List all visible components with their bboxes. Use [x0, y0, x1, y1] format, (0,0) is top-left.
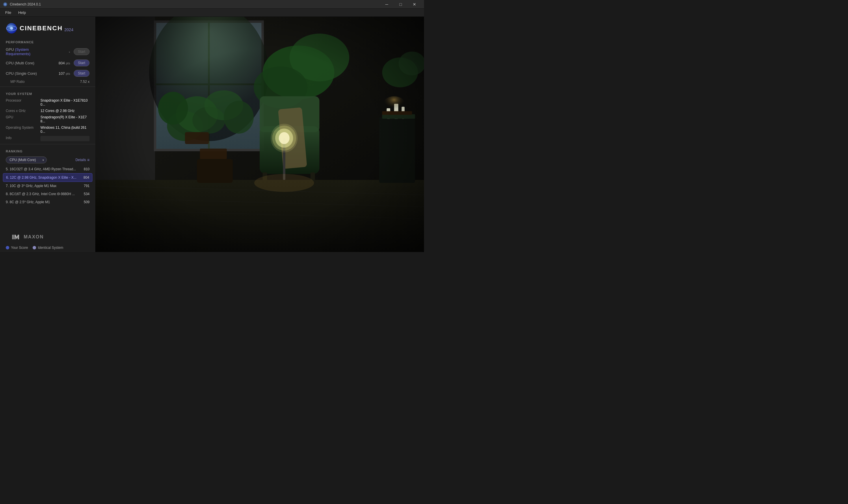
right-panel [95, 17, 424, 252]
logo-text-container: CINEBENCH 2024 [20, 24, 73, 32]
ranking-item-8-label: 8. 8C/16T @ 2.3 GHz, Intel Core i9-9880H… [6, 192, 78, 196]
svg-rect-52 [95, 17, 424, 252]
details-label: Details [75, 158, 86, 162]
divider-2 [0, 144, 95, 144]
identical-system-dot [33, 246, 36, 249]
ranking-item-5-score: 810 [80, 167, 90, 171]
svg-rect-5 [12, 235, 14, 239]
ranking-dropdown[interactable]: CPU (Multi Core) CPU (Single Core) GPU [6, 157, 47, 163]
menu-file[interactable]: File [2, 9, 14, 16]
left-panel: CINEBENCH 2024 PERFORMANCE GPU (System R… [0, 17, 95, 252]
ranking-item-6-label: 6. 12C @ 2.98 GHz, Snapdragon X Elite - … [6, 176, 77, 180]
ranking-item-6-score: 804 [79, 176, 89, 180]
processor-key: Processor [6, 98, 38, 103]
os-key: Operating System [6, 126, 38, 130]
ranking-item-9[interactable]: 9. 8C @ 2.5* GHz, Apple M1 509 [3, 198, 92, 206]
perf-row-cpu-single: CPU (Single Core) 107 pts Start [0, 68, 95, 78]
system-row-cores: Cores x GHz 12 Cores @ 2.98 GHz [0, 108, 95, 114]
cpu-single-label: CPU (Single Core) [6, 71, 51, 76]
titlebar-controls: ─ □ ✕ [380, 0, 421, 8]
your-system-section-header: YOUR SYSTEM [0, 89, 95, 97]
performance-section-header: PERFORMANCE [0, 37, 95, 46]
divider-1 [0, 87, 95, 87]
mp-ratio-label: MP Ratio [11, 80, 78, 84]
main-layout: CINEBENCH 2024 PERFORMANCE GPU (System R… [0, 17, 424, 252]
gpu-start-button[interactable]: Start [74, 48, 90, 55]
maxon-logo-text: MAXON [24, 234, 44, 239]
cinebench-logo-icon [6, 22, 17, 34]
system-row-info: Info [0, 135, 95, 142]
menu-help[interactable]: Help [15, 9, 29, 16]
titlebar: Cinebench 2024.0.1 ─ □ ✕ [0, 0, 424, 8]
ranking-item-6[interactable]: 6. 12C @ 2.98 GHz, Snapdragon X Elite - … [3, 173, 92, 182]
logo-area: CINEBENCH 2024 [0, 17, 95, 37]
svg-marker-7 [15, 235, 19, 239]
gpu-label: GPU (System Requirements) [6, 47, 51, 56]
ranking-item-8-score: 534 [80, 192, 90, 196]
ranking-item-8[interactable]: 8. 8C/16T @ 2.3 GHz, Intel Core i9-9880H… [3, 190, 92, 198]
cores-key: Cores x GHz [6, 109, 38, 113]
system-gpu-key: GPU [6, 115, 38, 119]
ranking-item-7-score: 791 [80, 184, 90, 188]
os-value: Windows 11, China (build 2610... [40, 126, 90, 134]
legend-identical-system: Identical System [33, 246, 63, 250]
cores-value: 12 Cores @ 2.98 GHz [40, 109, 90, 113]
your-score-label: Your Score [11, 246, 28, 250]
gpu-score-dash: - [53, 50, 70, 54]
info-key: Info [6, 136, 38, 140]
minimize-button[interactable]: ─ [380, 0, 393, 8]
render-scene [95, 17, 424, 252]
ranking-item-5[interactable]: 5. 16C/32T @ 3.4 GHz, AMD Ryzen Thread..… [3, 165, 92, 173]
system-row-gpu: GPU Snapdragon(R) X Elite - X1E78... [0, 114, 95, 124]
maximize-button[interactable]: □ [394, 0, 407, 8]
logo-text: CINEBENCH [20, 24, 63, 32]
system-gpu-value: Snapdragon(R) X Elite - X1E78... [40, 115, 90, 123]
cpu-multi-start-button[interactable]: Start [74, 59, 90, 66]
ranking-section-header: RANKING [0, 146, 95, 155]
svg-point-4 [10, 27, 13, 30]
svg-point-1 [4, 3, 6, 5]
ranking-item-7-label: 7. 10C @ 3* GHz, Apple M1 Max [6, 184, 78, 188]
system-row-os: Operating System Windows 11, China (buil… [0, 124, 95, 135]
cpu-single-score: 107 pts [53, 71, 70, 76]
identical-system-label: Identical System [38, 246, 63, 250]
your-score-dot [6, 246, 9, 249]
system-row-processor: Processor Snapdragon X Elite - X1E78100.… [0, 97, 95, 108]
ranking-header-row: CPU (Multi Core) CPU (Single Core) GPU ▾… [0, 155, 95, 165]
mp-ratio-value: 7.52 x [80, 80, 90, 84]
maxon-logo: MAXON [6, 230, 50, 246]
ranking-item-7[interactable]: 7. 10C @ 3* GHz, Apple M1 Max 791 [3, 182, 92, 190]
cpu-single-start-button[interactable]: Start [74, 70, 90, 77]
titlebar-left: Cinebench 2024.0.1 [3, 2, 41, 7]
ranking-item-5-label: 5. 16C/32T @ 3.4 GHz, AMD Ryzen Thread..… [6, 167, 78, 171]
logo-year: 2024 [65, 28, 73, 32]
legend-your-score: Your Score [6, 246, 28, 250]
info-value [40, 136, 90, 141]
menubar: File Help [0, 8, 424, 17]
perf-row-cpu-multi: CPU (Multi Core) 804 pts Start [0, 58, 95, 68]
close-button[interactable]: ✕ [408, 0, 421, 8]
ranking-list: 5. 16C/32T @ 3.4 GHz, AMD Ryzen Thread..… [0, 165, 95, 206]
app-icon [3, 2, 7, 7]
ranking-item-9-label: 9. 8C @ 2.5* GHz, Apple M1 [6, 200, 78, 204]
cpu-multi-label: CPU (Multi Core) [6, 61, 51, 65]
ranking-dropdown-wrapper[interactable]: CPU (Multi Core) CPU (Single Core) GPU ▾ [6, 157, 47, 163]
mp-ratio-row: MP Ratio 7.52 x [0, 78, 95, 85]
processor-value: Snapdragon X Elite - X1E78100... [40, 98, 90, 107]
window-title: Cinebench 2024.0.1 [10, 2, 41, 6]
perf-row-gpu: GPU (System Requirements) - Start [0, 46, 95, 58]
maxon-icon [12, 232, 21, 241]
cpu-multi-score: 804 pts [53, 61, 70, 65]
ranking-item-9-score: 509 [80, 200, 90, 204]
details-button[interactable]: Details ≡ [75, 158, 90, 162]
details-lines-icon: ≡ [87, 158, 90, 162]
